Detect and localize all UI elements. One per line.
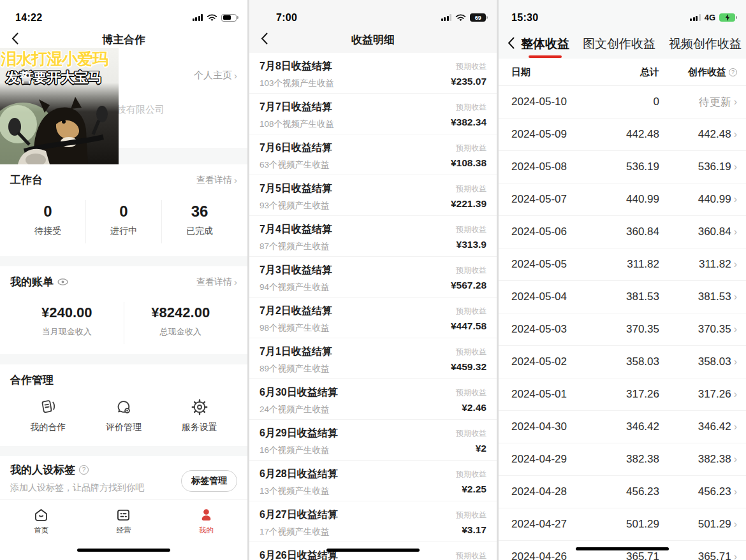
table-row[interactable]: 2024-04-29 382.38 382.38 › [499, 443, 746, 476]
row-creation-income: 456.23 [698, 485, 731, 498]
nav-bar: 收益明细 [249, 29, 497, 50]
table-row[interactable]: 2024-04-26 365.71 365.71 › [499, 541, 746, 560]
profile-home-link[interactable]: 个人主页 › [194, 69, 237, 82]
income-row: 7月3日收益结算 94个视频产生收益 预期收益 ¥567.28 [249, 257, 497, 298]
table-header: 日期 总计 创作收益 ? [499, 59, 746, 86]
chevron-right-icon: › [734, 519, 737, 529]
panel-income-detail: 7:00 69 收益明细 7月8日收益结算 103个视频产生收益 [249, 0, 497, 560]
row-creation-income: 346.42 [698, 420, 731, 433]
menu-service-settings[interactable]: 服务设置 [161, 398, 237, 433]
income-row-subtitle: 98个视频产生收益 [260, 322, 332, 334]
row-total: 501.29 [590, 518, 659, 531]
header-date: 日期 [511, 66, 590, 78]
help-icon[interactable]: ? [79, 465, 89, 475]
overall-income-table: 2024-05-10 0 待更新 › 2024-05-09 442.48 442… [499, 86, 746, 560]
signal-icon [441, 14, 452, 21]
table-row[interactable]: 2024-05-01 317.26 317.26 › [499, 378, 746, 411]
status-time: 15:30 [511, 12, 538, 24]
back-button[interactable] [10, 31, 20, 48]
header-creation: 创作收益 [688, 66, 726, 78]
status-bar: 7:00 69 [249, 0, 497, 29]
income-row: 7月2日收益结算 98个视频产生收益 预期收益 ¥447.58 [249, 298, 497, 338]
header-area: 15:30 4G 整体收益 图文创作收益 视频创作收益 [499, 0, 746, 59]
table-row[interactable]: 2024-05-04 381.53 381.53 › [499, 281, 746, 313]
income-row-subtitle: 16个视频产生收益 [260, 445, 338, 456]
income-row-title: 6月27日收益结算 [260, 508, 338, 522]
income-row-title: 6月28日收益结算 [260, 468, 338, 481]
income-row-title: 7月4日收益结算 [260, 223, 332, 236]
income-row-amount: ¥447.58 [451, 320, 486, 332]
income-row-amount: ¥567.28 [451, 280, 486, 291]
row-creation-income: 442.48 [698, 128, 731, 141]
workbench-detail-link[interactable]: 查看详情› [196, 175, 237, 186]
table-row[interactable]: 2024-05-08 536.19 536.19 › [499, 151, 746, 183]
row-date: 2024-04-26 [511, 550, 590, 560]
row-total: 440.99 [590, 193, 659, 206]
menu-my-cooperation[interactable]: 我的合作 [10, 398, 86, 433]
table-row[interactable]: 2024-05-05 311.82 311.82 › [499, 248, 746, 281]
tab-home[interactable]: 首页 [0, 506, 82, 560]
chevron-right-icon: › [734, 552, 737, 560]
chevron-right-icon: › [734, 422, 737, 432]
nav-bar: 博主合作 [0, 29, 247, 50]
row-date: 2024-05-05 [511, 258, 590, 271]
table-row[interactable]: 2024-05-09 442.48 442.48 › [499, 118, 746, 151]
back-button[interactable] [260, 31, 269, 48]
bills-detail-link[interactable]: 查看详情› [196, 276, 237, 288]
table-row[interactable]: 2024-05-06 360.84 360.84 › [499, 216, 746, 248]
wifi-icon [455, 14, 466, 22]
row-total: 311.82 [590, 258, 659, 271]
stat-completed: 36 已完成 [161, 200, 237, 243]
menu-review-management[interactable]: 评价管理 [86, 398, 162, 433]
tab-image-text-income[interactable]: 图文创作收益 [583, 36, 655, 52]
table-row[interactable]: 2024-05-07 440.99 440.99 › [499, 183, 746, 216]
income-row-amount: ¥3.17 [456, 524, 486, 536]
tab-overall-income[interactable]: 整体收益 [521, 36, 569, 52]
chevron-right-icon: › [734, 357, 737, 367]
table-row[interactable]: 2024-05-02 358.03 358.03 › [499, 346, 746, 378]
back-button[interactable] [506, 36, 516, 52]
tag-manage-button[interactable]: 标签管理 [181, 470, 237, 492]
expected-income-label: 预期收益 [451, 143, 486, 154]
chevron-right-icon: › [734, 389, 737, 399]
chevron-right-icon: › [734, 97, 737, 107]
row-date: 2024-05-02 [511, 355, 590, 368]
table-row[interactable]: 2024-04-28 456.23 456.23 › [499, 476, 746, 508]
section-gap [0, 446, 247, 456]
table-row[interactable]: 2024-04-30 346.42 346.42 › [499, 411, 746, 443]
income-row-amount: ¥108.38 [451, 157, 486, 169]
expected-income-label: 预期收益 [451, 183, 486, 194]
stat-inprogress: 0 进行中 [85, 200, 161, 243]
row-date: 2024-04-27 [511, 518, 590, 531]
tab-video-income[interactable]: 视频创作收益 [669, 36, 742, 52]
wifi-icon [207, 14, 217, 22]
tab-me[interactable]: 我的 [165, 506, 247, 560]
tab-row: 整体收益 图文创作收益 视频创作收益 [499, 29, 746, 59]
row-date: 2024-04-30 [511, 420, 590, 433]
profile-meme-image[interactable]: 泪水打湿小爱玛 发誓要开大宝马 [0, 48, 119, 164]
row-total: 358.03 [590, 355, 659, 368]
row-total: 370.35 [590, 323, 659, 336]
help-icon[interactable]: ? [729, 68, 737, 76]
table-row[interactable]: 2024-04-27 501.29 501.29 › [499, 508, 746, 541]
eye-icon[interactable] [57, 278, 68, 285]
income-row-amount: ¥235.07 [451, 76, 486, 87]
income-row-subtitle: 93个视频产生收益 [260, 200, 332, 212]
income-row-subtitle: 89个视频产生收益 [260, 363, 332, 375]
network-type-label: 4G [705, 13, 715, 22]
meme-text-line2: 发誓要开大宝马 [6, 68, 102, 87]
signal-icon [690, 14, 701, 21]
home-icon [33, 506, 50, 524]
row-date: 2024-05-01 [511, 388, 590, 401]
table-row[interactable]: 2024-05-03 370.35 370.35 › [499, 313, 746, 346]
row-date: 2024-04-29 [511, 453, 590, 466]
panel-blogger-cooperation: 14:22 博主合作 个人主页 › 技有限公司 工作台 查看详情› [0, 0, 247, 560]
row-total: 365.71 [590, 550, 659, 560]
tab-business[interactable]: 经营 [82, 506, 165, 560]
table-row[interactable]: 2024-05-10 0 待更新 › [499, 86, 746, 118]
bills-title: 我的账单 [10, 275, 68, 289]
row-creation-income: 501.29 [698, 518, 731, 531]
row-date: 2024-05-10 [511, 96, 590, 108]
chat-bubble-icon [114, 398, 133, 417]
chevron-right-icon: › [734, 129, 737, 140]
